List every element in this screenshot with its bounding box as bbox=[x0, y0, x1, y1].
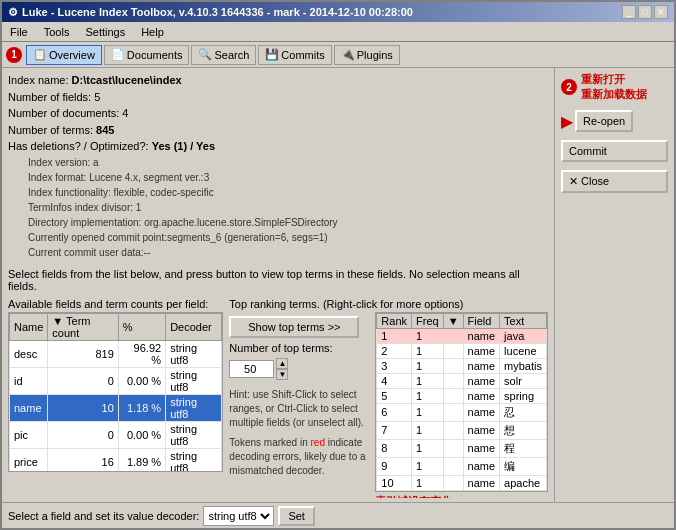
tab-commits[interactable]: 💾 Commits bbox=[258, 45, 331, 65]
col-name[interactable]: Name bbox=[10, 313, 48, 340]
tab-plugins[interactable]: 🔌 Plugins bbox=[334, 45, 400, 65]
cell-sort bbox=[443, 343, 463, 358]
cell-freq: 1 bbox=[412, 439, 444, 457]
cell-text: solr bbox=[500, 373, 547, 388]
cell-rank: 4 bbox=[377, 373, 412, 388]
col-freq[interactable]: Freq bbox=[412, 313, 444, 328]
table-row[interactable]: desc 819 96.92 % string utf8 bbox=[10, 340, 222, 367]
detail-6: Current commit user data:-- bbox=[8, 245, 548, 260]
table-row[interactable]: 5 1 name spring bbox=[377, 388, 547, 403]
annotation-no-change: 索引域没有变化 bbox=[375, 495, 452, 499]
cell-freq: 1 bbox=[412, 358, 444, 373]
table-row[interactable]: 9 1 name 编 bbox=[377, 457, 547, 475]
tab-overview[interactable]: 📋 Overview bbox=[26, 45, 102, 65]
top-terms-controls: Show top terms >> Number of top terms: ▲… bbox=[229, 312, 369, 499]
reopen-button[interactable]: Re-open bbox=[575, 110, 633, 132]
docs-label: Number of documents: bbox=[8, 107, 122, 119]
cell-rank: 8 bbox=[377, 439, 412, 457]
cell-sort bbox=[443, 358, 463, 373]
col-pct[interactable]: % bbox=[118, 313, 165, 340]
table-row[interactable]: 7 1 name 想 bbox=[377, 421, 547, 439]
table-row[interactable]: 1 1 name java bbox=[377, 328, 547, 343]
close-button[interactable]: ✕ bbox=[654, 5, 668, 19]
close-button-panel[interactable]: ✕ Close bbox=[561, 170, 668, 193]
deletions-label: Has deletions? / Optimized?: bbox=[8, 140, 152, 152]
menu-bar: File Tools Settings Help bbox=[2, 22, 674, 42]
maximize-button[interactable]: □ bbox=[638, 5, 652, 19]
cell-pct: 1.89 % bbox=[118, 448, 165, 472]
annotation-circle-1: 1 bbox=[6, 47, 22, 63]
table-row[interactable]: name 10 1.18 % string utf8 bbox=[10, 394, 222, 421]
annotation-area: 索引域没有变化 java还在 bbox=[375, 494, 548, 499]
tab-search[interactable]: 🔍 Search bbox=[191, 45, 256, 65]
col-decoder[interactable]: Decoder bbox=[166, 313, 222, 340]
cell-pct: 0.00 % bbox=[118, 421, 165, 448]
cell-termcount: 0 bbox=[48, 367, 118, 394]
toolbar: 1 📋 Overview 📄 Documents 🔍 Search 💾 Comm… bbox=[2, 42, 674, 68]
deletions-value: Yes (1) / Yes bbox=[152, 140, 215, 152]
cell-sort bbox=[443, 373, 463, 388]
cell-termcount: 819 bbox=[48, 340, 118, 367]
top-terms-table: Rank Freq ▼ Field Text 1 1 bbox=[375, 312, 548, 492]
table-row[interactable]: 4 1 name solr bbox=[377, 373, 547, 388]
index-name-value: D:\tcast\lucene\index bbox=[72, 74, 182, 86]
num-terms-input[interactable] bbox=[229, 360, 274, 378]
table-row[interactable]: 2 1 name lucene bbox=[377, 343, 547, 358]
available-fields-label: Available fields and term counts per fie… bbox=[8, 298, 223, 310]
col-sort[interactable]: ▼ bbox=[443, 313, 463, 328]
arrow-row: ▶ Re-open bbox=[561, 110, 668, 132]
left-split: Available fields and term counts per fie… bbox=[8, 298, 223, 499]
table-row[interactable]: pic 0 0.00 % string utf8 bbox=[10, 421, 222, 448]
detail-4: Directory implementation: org.apache.luc… bbox=[8, 215, 548, 230]
detail-0: Index version: a bbox=[8, 155, 548, 170]
cell-text: 想 bbox=[500, 421, 547, 439]
num-terms-row: Number of top terms: bbox=[229, 342, 369, 354]
commit-button[interactable]: Commit bbox=[561, 140, 668, 162]
cell-decoder: string utf8 bbox=[166, 421, 222, 448]
cell-rank: 3 bbox=[377, 358, 412, 373]
fields-section-label: Select fields from the list below, and p… bbox=[8, 268, 548, 292]
hint-text-2: Tokens marked in red indicate decoding e… bbox=[229, 436, 369, 478]
content-area: Index name: D:\tcast\lucene\index Number… bbox=[2, 68, 674, 502]
table-row[interactable]: 6 1 name 忍 bbox=[377, 403, 547, 421]
table-row[interactable]: 3 1 name mybatis bbox=[377, 358, 547, 373]
cell-sort bbox=[443, 439, 463, 457]
terms-label: Number of terms: bbox=[8, 124, 96, 136]
cell-rank: 6 bbox=[377, 403, 412, 421]
fields-value: 5 bbox=[94, 91, 100, 103]
col-text[interactable]: Text bbox=[500, 313, 547, 328]
detail-3: TermInfos index divisor: 1 bbox=[8, 200, 548, 215]
deletions-row: Has deletions? / Optimized?: Yes (1) / Y… bbox=[8, 138, 548, 155]
cell-text: lucene bbox=[500, 343, 547, 358]
cell-field: name bbox=[463, 439, 500, 457]
menu-file[interactable]: File bbox=[6, 25, 32, 39]
col-rank[interactable]: Rank bbox=[377, 313, 412, 328]
annotation-circle-2: 2 bbox=[561, 79, 577, 95]
tab-documents[interactable]: 📄 Documents bbox=[104, 45, 190, 65]
cell-field: name bbox=[463, 388, 500, 403]
minimize-button[interactable]: _ bbox=[622, 5, 636, 19]
docs-value: 4 bbox=[122, 107, 128, 119]
decoder-select[interactable]: string utf8 integer long float double bbox=[203, 506, 274, 526]
col-termcount[interactable]: ▼ Term count bbox=[48, 313, 118, 340]
num-terms-input-row: ▲ ▼ bbox=[229, 358, 369, 380]
set-button[interactable]: Set bbox=[278, 506, 315, 526]
cell-sort bbox=[443, 403, 463, 421]
bottom-label: Select a field and set its value decoder… bbox=[8, 510, 199, 522]
menu-settings[interactable]: Settings bbox=[81, 25, 129, 39]
spinner-up[interactable]: ▲ bbox=[276, 358, 288, 369]
menu-help[interactable]: Help bbox=[137, 25, 168, 39]
show-top-terms-button[interactable]: Show top terms >> bbox=[229, 316, 359, 338]
spinner-down[interactable]: ▼ bbox=[276, 369, 288, 380]
col-field[interactable]: Field bbox=[463, 313, 500, 328]
menu-tools[interactable]: Tools bbox=[40, 25, 74, 39]
table-row[interactable]: 10 1 name apache bbox=[377, 475, 547, 490]
detail-2: Index functionality: flexible, codec-spe… bbox=[8, 185, 548, 200]
table-row[interactable]: price 16 1.89 % string utf8 bbox=[10, 448, 222, 472]
cell-field: name bbox=[463, 403, 500, 421]
cell-rank: 1 bbox=[377, 328, 412, 343]
right-split: Top ranking terms. (Right-click for more… bbox=[229, 298, 548, 499]
table-row[interactable]: id 0 0.00 % string utf8 bbox=[10, 367, 222, 394]
table-row[interactable]: 8 1 name 程 bbox=[377, 439, 547, 457]
terms-value: 845 bbox=[96, 124, 114, 136]
